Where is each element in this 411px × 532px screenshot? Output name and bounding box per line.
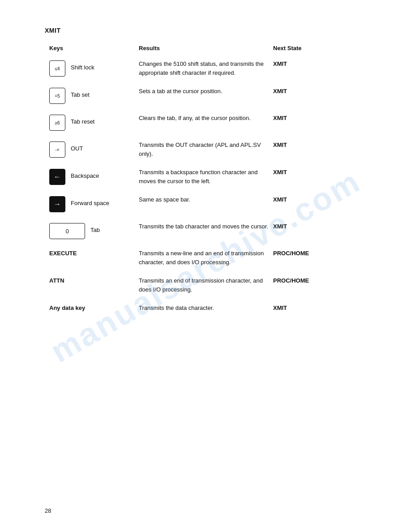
table-header: Keys Results Next State [49,45,375,51]
key-icon-out: - + [49,142,65,158]
results-cell-out: Transmits the OUT character (APL and APL… [139,141,273,158]
results-cell-backspace: Transmits a backspace function character… [139,168,273,185]
page-number: 28 [45,507,51,514]
page-title: XMIT [45,27,375,34]
key-icon-tab-set: = 5 [49,88,65,104]
results-cell-execute: Transmits a new-line and an end of trans… [139,249,273,266]
keys-cell: ≤ 4 Shift lock [49,60,139,77]
results-cell-attn: Transmits an end of transmission charact… [139,276,273,294]
header-results: Results [139,45,273,51]
table-row: ← BackspaceTransmits a backspace functio… [49,168,375,185]
keys-cell: EXECUTE [49,249,139,257]
key-label-backspace: Backspace [71,169,99,179]
key-label-any-data-key: Any data key [49,305,85,311]
next-state-out: XMIT [273,141,340,148]
results-cell-shift-lock: Changes the 5100 shift status, and trans… [139,60,273,77]
key-icon-tab-reset: ≥ 6 [49,115,65,131]
next-state-tab-set: XMIT [273,87,340,94]
keys-cell: 0Tab [49,222,139,239]
results-cell-forward-space: Same as space bar. [139,195,273,204]
table-row: 0TabTransmits the tab character and move… [49,222,375,239]
next-state-any-data-key: XMIT [273,304,340,311]
header-next-state: Next State [273,45,340,51]
next-state-attn: PROC/HOME [273,276,340,284]
keys-cell: → Forward space [49,195,139,212]
keys-cell: ← Backspace [49,168,139,185]
next-state-tab: XMIT [273,222,340,230]
key-label-tab: Tab [90,223,100,233]
key-icon-shift-lock: ≤ 4 [49,60,65,77]
key-icon-forward-space: → [49,196,65,212]
header-keys: Keys [49,45,139,51]
rows-container: ≤ 4 Shift lockChanges the 5100 shift sta… [45,60,375,313]
keys-cell: ATTN [49,276,139,284]
key-icon-wide-tab: 0 [49,223,85,239]
key-label-forward-space: Forward space [71,196,109,206]
table-row: → Forward spaceSame as space bar.XMIT [49,195,375,212]
table-row: - + OUTTransmits the OUT character (APL … [49,141,375,158]
table-row: EXECUTETransmits a new-line and an end o… [49,249,375,266]
results-cell-tab-reset: Clears the tab, if any, at the cursor po… [139,114,273,123]
results-cell-tab: Transmits the tab character and moves th… [139,222,273,231]
keys-cell: = 5 Tab set [49,87,139,104]
results-cell-tab-set: Sets a tab at the cursor position. [139,87,273,96]
next-state-shift-lock: XMIT [273,60,340,67]
table-row: = 5 Tab setSets a tab at the cursor posi… [49,87,375,104]
table-row: ATTNTransmits an end of transmission cha… [49,276,375,294]
keys-cell: - + OUT [49,141,139,158]
key-label-attn: ATTN [49,277,64,284]
key-icon-backspace: ← [49,169,65,185]
key-label-out: OUT [71,142,83,152]
next-state-forward-space: XMIT [273,195,340,203]
key-label-execute: EXECUTE [49,250,77,257]
keys-cell: Any data key [49,304,139,311]
key-label-shift-lock: Shift lock [71,60,94,71]
table-row: ≤ 4 Shift lockChanges the 5100 shift sta… [49,60,375,77]
table-row: ≥ 6 Tab resetClears the tab, if any, at … [49,114,375,131]
next-state-backspace: XMIT [273,168,340,176]
results-cell-any-data-key: Transmits the data character. [139,304,273,313]
next-state-tab-reset: XMIT [273,114,340,121]
table-row: Any data keyTransmits the data character… [49,304,375,313]
next-state-execute: PROC/HOME [273,249,340,257]
key-label-tab-set: Tab set [71,88,90,98]
key-label-tab-reset: Tab reset [71,115,94,125]
keys-cell: ≥ 6 Tab reset [49,114,139,131]
